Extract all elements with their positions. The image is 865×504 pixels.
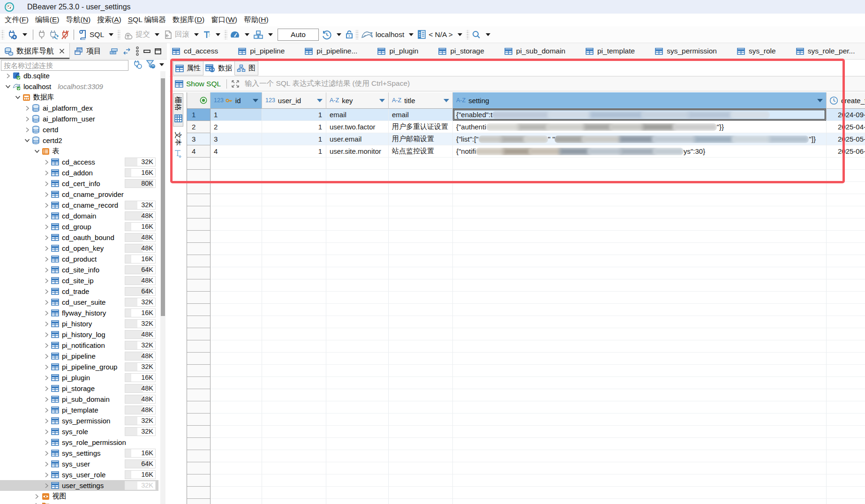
empty-cell[interactable]	[326, 487, 389, 499]
column-header-title[interactable]: A-Ztitle	[389, 92, 453, 109]
empty-cell[interactable]	[453, 487, 827, 499]
search-button[interactable]	[471, 28, 482, 41]
editor-tab-pi_plugin[interactable]: pi_plugin	[368, 43, 429, 59]
tree-item-cd_cname_record[interactable]: cd_cname_record32K	[0, 200, 158, 211]
column-filter-caret-icon[interactable]	[817, 99, 823, 102]
empty-cell[interactable]	[389, 462, 453, 474]
lock-button[interactable]	[344, 28, 354, 41]
chevron-right-icon[interactable]	[34, 493, 40, 500]
chevron-right-icon[interactable]	[43, 472, 50, 478]
sql-filter-placeholder[interactable]: 输入一个 SQL 表达式来过滤结果 (使用 Ctrl+Space)	[245, 79, 410, 89]
tree-item-sys_settings[interactable]: sys_settings16K	[0, 448, 158, 459]
tree-item-cd_site_info[interactable]: cd_site_info64K	[0, 264, 158, 275]
empty-cell[interactable]	[211, 292, 262, 304]
empty-cell[interactable]	[389, 304, 453, 316]
empty-cell[interactable]	[453, 365, 827, 377]
empty-cell[interactable]	[453, 292, 827, 304]
empty-cell[interactable]	[827, 462, 865, 474]
empty-cell[interactable]	[389, 340, 453, 353]
empty-cell[interactable]	[453, 206, 827, 218]
tab-close-icon[interactable]	[59, 48, 65, 54]
grid-corner-cell[interactable]	[187, 92, 211, 109]
cell-key[interactable]: email	[326, 109, 389, 121]
tree-scrollbar-thumb[interactable]	[161, 78, 165, 316]
chevron-right-icon[interactable]	[43, 234, 50, 241]
tree-item-db.sqlite[interactable]: db.sqlite	[0, 71, 158, 81]
tree-item-ai_platform_user[interactable]: ai_platform_user	[0, 113, 158, 124]
menu-item-n[interactable]: 导航(N)	[63, 14, 94, 26]
empty-cell[interactable]	[389, 414, 453, 426]
empty-cell[interactable]	[453, 474, 827, 487]
empty-cell[interactable]	[389, 292, 453, 304]
menu-item-w[interactable]: 窗口(W)	[208, 14, 241, 26]
cell-title[interactable]: 站点监控设置	[389, 145, 453, 158]
empty-cell[interactable]	[211, 206, 262, 218]
tree-item-cd_group[interactable]: cd_group16K	[0, 221, 158, 232]
empty-cell[interactable]	[211, 255, 262, 267]
cell-setting[interactable]: {"notifiys":30}	[453, 145, 827, 158]
empty-cell[interactable]	[827, 279, 865, 292]
empty-cell[interactable]	[326, 450, 389, 462]
chevron-right-icon[interactable]	[43, 170, 50, 176]
cell-title[interactable]: email	[389, 109, 453, 121]
empty-cell[interactable]	[211, 170, 262, 182]
empty-cell[interactable]	[389, 279, 453, 292]
tree-item-pi_storage[interactable]: pi_storage48K	[0, 383, 158, 394]
chevron-right-icon[interactable]	[43, 224, 50, 230]
chevron-right-icon[interactable]	[43, 396, 50, 403]
empty-cell[interactable]	[827, 267, 865, 279]
empty-cell[interactable]	[326, 182, 389, 194]
menu-item-a[interactable]: 搜索(A)	[94, 14, 125, 26]
empty-cell[interactable]	[389, 438, 453, 450]
empty-cell[interactable]	[389, 170, 453, 182]
tree-item-pi_template[interactable]: pi_template48K	[0, 405, 158, 415]
empty-cell[interactable]	[453, 316, 827, 328]
chevron-right-icon[interactable]	[43, 429, 50, 435]
empty-cell[interactable]	[326, 353, 389, 365]
chevron-right-icon[interactable]	[43, 375, 50, 381]
empty-cell[interactable]	[326, 462, 389, 474]
empty-cell[interactable]	[389, 255, 453, 267]
empty-cell[interactable]	[326, 389, 389, 401]
chevron-right-icon[interactable]	[43, 342, 50, 349]
empty-cell[interactable]	[326, 243, 389, 255]
empty-cell[interactable]	[326, 304, 389, 316]
editor-tab-pi_template[interactable]: pi_template	[576, 43, 645, 59]
tree-item-数据库[interactable]: 数据库	[0, 92, 158, 103]
empty-cell[interactable]	[211, 499, 262, 504]
empty-cell[interactable]	[262, 194, 326, 206]
empty-cell[interactable]	[326, 158, 389, 170]
rollback-button[interactable]: 回滚	[162, 28, 190, 41]
empty-cell[interactable]	[326, 292, 389, 304]
empty-cell[interactable]	[211, 377, 262, 389]
empty-cell[interactable]	[326, 474, 389, 487]
column-filter-caret-icon[interactable]	[317, 99, 323, 102]
cell-title[interactable]: 用户邮箱设置	[389, 133, 453, 145]
editor-tab-sys_role[interactable]: sys_role	[727, 43, 786, 59]
column-header-setting[interactable]: A-Zsetting	[453, 92, 827, 109]
chevron-right-icon[interactable]	[24, 105, 30, 112]
empty-cell[interactable]	[389, 377, 453, 389]
empty-cell[interactable]	[262, 218, 326, 231]
empty-cell[interactable]	[262, 328, 326, 340]
empty-cell[interactable]	[827, 450, 865, 462]
empty-cell[interactable]	[453, 279, 827, 292]
empty-cell[interactable]	[389, 426, 453, 438]
empty-cell[interactable]	[326, 316, 389, 328]
chevron-right-icon[interactable]	[5, 73, 11, 79]
empty-cell[interactable]	[453, 267, 827, 279]
empty-cell[interactable]	[827, 426, 865, 438]
tree-item-pi_pipeline[interactable]: pi_pipeline48K	[0, 351, 158, 361]
empty-cell[interactable]	[211, 365, 262, 377]
cell-id[interactable]: 1	[211, 109, 262, 121]
empty-cell[interactable]	[827, 377, 865, 389]
chevron-right-icon[interactable]	[43, 299, 50, 306]
empty-cell[interactable]	[211, 316, 262, 328]
menu-item-d[interactable]: 数据库(D)	[169, 14, 208, 26]
empty-cell[interactable]	[389, 353, 453, 365]
connection-filter-input[interactable]	[1, 60, 128, 71]
empty-cell[interactable]	[453, 389, 827, 401]
empty-cell[interactable]	[389, 218, 453, 231]
cell-setting[interactable]: {"authenti"}}	[453, 121, 827, 133]
tree-item-cd_trade[interactable]: cd_trade64K	[0, 286, 158, 297]
